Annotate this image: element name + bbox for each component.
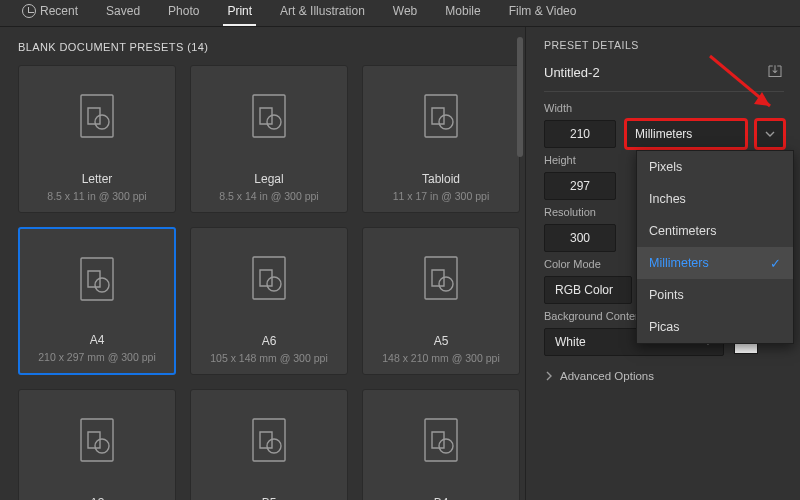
preset-dimensions: 210 x 297 mm @ 300 ppi [38,351,155,363]
category-tabs: Recent Saved Photo Print Art & Illustrat… [0,0,800,27]
svg-point-11 [439,277,453,291]
unit-option-label: Millimeters [649,256,709,270]
preset-card[interactable]: B5176 x 250 mm @ 300 ppi [190,389,348,500]
advanced-options-label: Advanced Options [560,370,654,382]
svg-rect-10 [425,257,457,299]
svg-rect-6 [81,258,113,300]
presets-panel: BLANK DOCUMENT PRESETS (14) Letter8.5 x … [0,27,525,500]
tab-web[interactable]: Web [379,0,431,26]
unit-option[interactable]: Points [637,279,793,311]
details-heading: PRESET DETAILS [544,39,784,51]
scrollbar-thumb[interactable] [517,37,523,157]
presets-grid: Letter8.5 x 11 in @ 300 ppiLegal8.5 x 14… [18,65,517,500]
preset-card[interactable]: A4210 x 297 mm @ 300 ppi [18,227,176,375]
preset-dimensions: 105 x 148 mm @ 300 ppi [210,352,327,364]
tab-mobile[interactable]: Mobile [431,0,494,26]
chevron-down-icon [765,129,775,139]
scrollbar-track[interactable] [517,37,523,500]
preset-card[interactable]: A5148 x 210 mm @ 300 ppi [362,227,520,375]
colormode-value: RGB Color [555,283,613,297]
preset-dimensions: 8.5 x 11 in @ 300 ppi [47,190,146,202]
preset-name: Legal [254,172,283,186]
unit-option[interactable]: Pixels [637,151,793,183]
preset-card[interactable]: B4250 x 353 mm @ 300 ppi [362,389,520,500]
check-icon: ✓ [770,256,781,271]
preset-name: B4 [434,496,449,500]
svg-rect-16 [425,419,457,461]
page-fold-icon [252,94,286,138]
svg-point-13 [95,439,109,453]
advanced-options-toggle[interactable]: Advanced Options [544,370,784,382]
tab-saved[interactable]: Saved [92,0,154,26]
svg-rect-2 [253,95,285,137]
svg-point-5 [439,115,453,129]
svg-rect-12 [81,419,113,461]
svg-point-3 [267,115,281,129]
width-label: Width [544,102,784,114]
preset-card[interactable]: Legal8.5 x 14 in @ 300 ppi [190,65,348,213]
svg-point-1 [95,115,109,129]
tab-film-video[interactable]: Film & Video [495,0,591,26]
svg-point-9 [267,277,281,291]
unit-option[interactable]: Millimeters✓ [637,247,793,279]
clock-icon [22,4,36,18]
svg-point-17 [439,439,453,453]
unit-option-label: Centimeters [649,224,716,238]
chevron-right-icon [544,371,554,381]
preset-dimensions: 11 x 17 in @ 300 ppi [393,190,489,202]
unit-dropdown-toggle[interactable] [756,120,784,148]
preset-name: Letter [82,172,113,186]
preset-name: A5 [434,334,449,348]
preset-card[interactable]: A6105 x 148 mm @ 300 ppi [190,227,348,375]
document-name[interactable]: Untitled-2 [544,65,600,80]
unit-option[interactable]: Centimeters [637,215,793,247]
unit-option-label: Pixels [649,160,682,174]
unit-select[interactable]: Millimeters [626,120,746,148]
presets-heading: BLANK DOCUMENT PRESETS (14) [18,41,517,53]
tab-recent[interactable]: Recent [8,0,92,26]
page-fold-icon [80,257,114,301]
preset-dimensions: 148 x 210 mm @ 300 ppi [382,352,499,364]
unit-option-label: Inches [649,192,686,206]
height-input[interactable] [544,172,616,200]
colormode-select[interactable]: RGB Color [544,276,632,304]
preset-name: A3 [90,496,105,500]
tab-photo[interactable]: Photo [154,0,213,26]
unit-option-label: Picas [649,320,680,334]
page-fold-icon [252,418,286,462]
page-fold-icon [80,418,114,462]
preset-name: A6 [262,334,277,348]
svg-rect-14 [253,419,285,461]
svg-rect-8 [253,257,285,299]
bg-value: White [555,335,586,349]
svg-rect-4 [425,95,457,137]
preset-name: B5 [262,496,277,500]
preset-dimensions: 8.5 x 14 in @ 300 ppi [219,190,318,202]
svg-point-15 [267,439,281,453]
tab-art-illustration[interactable]: Art & Illustration [266,0,379,26]
divider [544,91,784,92]
preset-name: A4 [90,333,105,347]
save-preset-icon[interactable] [766,63,784,81]
unit-option[interactable]: Inches [637,183,793,215]
svg-point-7 [95,278,109,292]
page-fold-icon [424,94,458,138]
page-fold-icon [80,94,114,138]
tab-print[interactable]: Print [213,0,266,26]
page-fold-icon [252,256,286,300]
preset-card[interactable]: Tabloid11 x 17 in @ 300 ppi [362,65,520,213]
unit-dropdown-menu: PixelsInchesCentimetersMillimeters✓Point… [636,150,794,344]
page-fold-icon [424,418,458,462]
preset-card[interactable]: A3297 x 420 mm @ 300 ppi [18,389,176,500]
preset-card[interactable]: Letter8.5 x 11 in @ 300 ppi [18,65,176,213]
unit-option-label: Points [649,288,684,302]
unit-option[interactable]: Picas [637,311,793,343]
page-fold-icon [424,256,458,300]
preset-name: Tabloid [422,172,460,186]
unit-select-value: Millimeters [635,127,692,141]
tab-label: Recent [40,4,78,18]
width-input[interactable] [544,120,616,148]
svg-rect-0 [81,95,113,137]
resolution-input[interactable] [544,224,616,252]
